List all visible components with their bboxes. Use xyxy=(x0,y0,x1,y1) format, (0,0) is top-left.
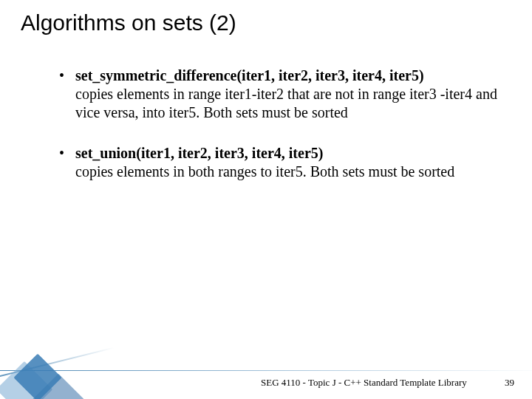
slide: Algorithms on sets (2) set_symmetric_dif… xyxy=(0,0,532,399)
footer-text: SEG 4110 - Topic J - C++ Standard Templa… xyxy=(261,377,467,388)
bullet-signature: set_union(iter1, iter2, iter3, iter4, it… xyxy=(75,145,323,161)
bullet-item: set_symmetric_difference(iter1, iter2, i… xyxy=(59,66,502,122)
bullet-description: copies elements in range iter1-iter2 tha… xyxy=(75,86,497,120)
bullet-item: set_union(iter1, iter2, iter3, iter4, it… xyxy=(59,144,502,181)
page-number: 39 xyxy=(505,377,514,388)
slide-footer: SEG 4110 - Topic J - C++ Standard Templa… xyxy=(261,377,514,389)
bullet-description: copies elements in both ranges to iter5.… xyxy=(75,163,454,180)
corner-decoration xyxy=(0,310,118,399)
slide-body: set_symmetric_difference(iter1, iter2, i… xyxy=(59,66,502,203)
slide-title: Algorithms on sets (2) xyxy=(21,10,236,35)
bullet-signature: set_symmetric_difference(iter1, iter2, i… xyxy=(75,67,424,83)
